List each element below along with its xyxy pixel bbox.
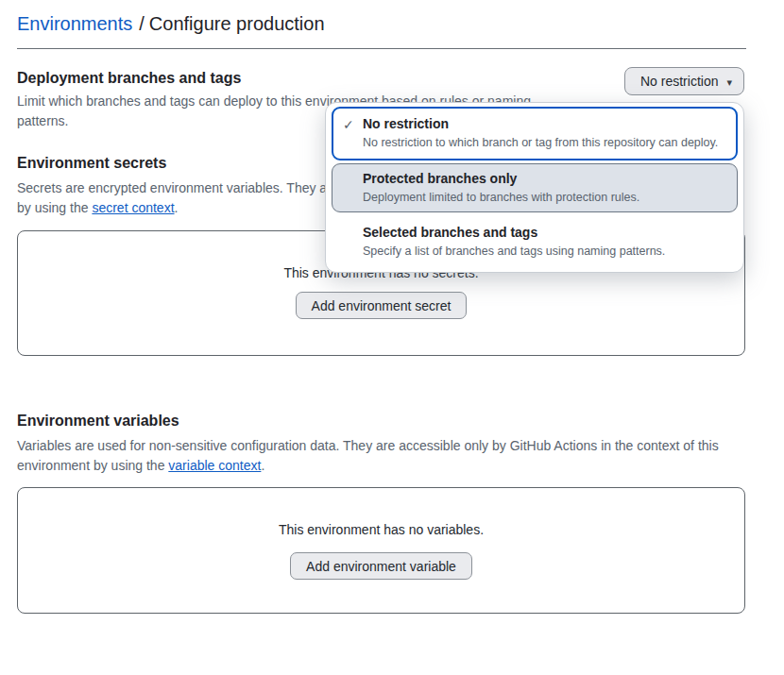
menu-item-protected-branches[interactable]: Protected branches only Deployment limit… — [332, 163, 738, 212]
secrets-description-period: . — [175, 200, 179, 215]
check-icon: ✓ — [343, 117, 354, 132]
menu-item-description: Specify a list of branches and tags usin… — [363, 245, 726, 258]
variables-description-period: . — [261, 458, 264, 473]
menu-item-title: Protected branches only — [363, 171, 726, 186]
header-divider — [17, 48, 746, 49]
breadcrumb-environments-link[interactable]: Environments — [17, 13, 132, 34]
menu-item-title: No restriction — [363, 116, 726, 131]
breadcrumb-separator: / — [139, 13, 145, 34]
add-environment-variable-button[interactable]: Add environment variable — [290, 552, 472, 580]
environment-variables-description: Variables are used for non-sensitive con… — [17, 436, 750, 476]
secret-context-link[interactable]: secret context — [92, 200, 174, 215]
restriction-select-button[interactable]: No restriction ▾ — [624, 67, 744, 95]
menu-item-description: No restriction to which branch or tag fr… — [363, 136, 726, 149]
page-title: Environments/Configure production — [17, 13, 325, 35]
add-environment-secret-button[interactable]: Add environment secret — [296, 292, 468, 319]
environment-variables-heading: Environment variables — [17, 413, 179, 430]
restriction-select-label: No restriction — [640, 74, 718, 89]
menu-item-description: Deployment limited to branches with prot… — [363, 191, 726, 204]
environment-settings-page: Environments/Configure production Deploy… — [0, 0, 784, 675]
variables-description-text: Variables are used for non-sensitive con… — [17, 438, 719, 473]
variables-empty-box: This environment has no variables. Add e… — [17, 487, 745, 614]
variables-empty-text: This environment has no variables. — [18, 522, 744, 537]
menu-item-selected-branches[interactable]: Selected branches and tags Specify a lis… — [332, 217, 738, 266]
menu-item-title: Selected branches and tags — [363, 225, 726, 240]
breadcrumb-current: Configure production — [149, 13, 325, 34]
restriction-dropdown-menu: ✓ No restriction No restriction to which… — [325, 102, 744, 273]
variable-context-link[interactable]: variable context — [168, 458, 261, 473]
chevron-down-icon: ▾ — [726, 76, 732, 89]
deployment-branches-heading: Deployment branches and tags — [17, 70, 241, 87]
menu-item-no-restriction[interactable]: ✓ No restriction No restriction to which… — [332, 107, 738, 160]
environment-secrets-heading: Environment secrets — [17, 155, 166, 172]
